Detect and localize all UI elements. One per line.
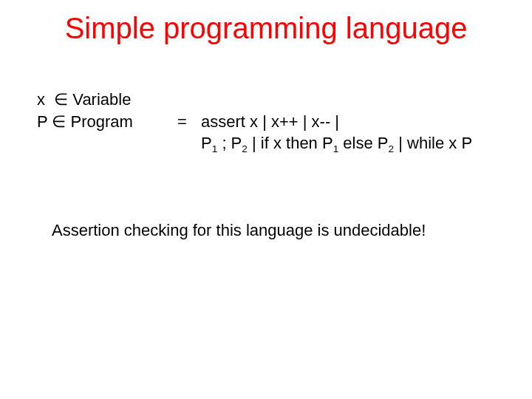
program-rhs: assert x | x++ | x-- | P1 ; P2 | if x th… bbox=[201, 111, 472, 154]
sep-semi: ; bbox=[217, 134, 231, 152]
assertion-statement: Assertion checking for this language is … bbox=[52, 221, 510, 240]
equals-sign: = bbox=[177, 111, 201, 133]
while: | while x P bbox=[394, 134, 472, 152]
else: else bbox=[338, 134, 378, 152]
variable-decl: x ∈ Variable bbox=[37, 89, 177, 111]
rhs-line2: P1 ; P2 | if x then P1 else P2 | while x… bbox=[201, 134, 472, 152]
slide-title: Simple programming language bbox=[22, 12, 510, 44]
grammar-block: x ∈ Variable P ∈ Program = assert x | x+… bbox=[37, 89, 510, 154]
p2: P bbox=[231, 134, 242, 152]
program-lhs: P ∈ Program bbox=[37, 111, 177, 133]
grammar-variable-line: x ∈ Variable bbox=[37, 89, 510, 111]
p3: P bbox=[322, 134, 333, 152]
rhs-line1: assert x | x++ | x-- | bbox=[201, 112, 339, 131]
p1: P bbox=[201, 134, 212, 152]
sub4: 2 bbox=[389, 144, 395, 155]
p4: P bbox=[378, 134, 389, 152]
sub2: 2 bbox=[242, 144, 248, 155]
slide: Simple programming language x ∈ Variable… bbox=[0, 0, 532, 399]
if-then: | if x then bbox=[248, 134, 322, 152]
grammar-program-line: P ∈ Program = assert x | x++ | x-- | P1 … bbox=[37, 111, 510, 154]
